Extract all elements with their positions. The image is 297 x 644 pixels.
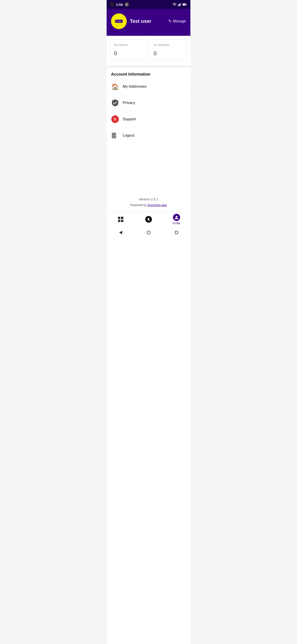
owner-value: 0 (114, 50, 143, 56)
status-circle (110, 2, 114, 6)
svg-rect-6 (186, 4, 187, 5)
support-icon-wrap: b (111, 115, 119, 123)
manage-button[interactable]: ✎ Manage (168, 19, 186, 24)
section-title: Account Information (111, 68, 186, 78)
svg-rect-7 (183, 4, 186, 5)
signal-icon (178, 3, 181, 6)
avatar: F FODIZ (111, 14, 127, 29)
svg-rect-3 (180, 3, 180, 6)
recents-icon (175, 231, 178, 234)
home-icon-wrap: 🏠 (111, 82, 119, 90)
owner-stat-card[interactable]: As Owner 0 (110, 39, 147, 60)
member-value: 0 (154, 50, 183, 56)
menu-item-addresses[interactable]: 🏠 My Addresses (111, 78, 186, 95)
account-section: Account Information 🏠 My Addresses Priva… (107, 68, 190, 144)
home-nav-icon (147, 231, 150, 234)
user-name: Test user (130, 18, 151, 24)
menu-item-privacy[interactable]: Privacy (111, 95, 186, 111)
powered-link[interactable]: busyness.app (147, 203, 167, 207)
busyness-icon (145, 216, 152, 223)
logout-label: Logout (123, 133, 134, 138)
powered-prefix: Powered by (130, 203, 147, 207)
edit-icon: ✎ (168, 19, 172, 24)
section-divider (107, 66, 190, 68)
android-nav-bar (107, 228, 190, 236)
svg-point-11 (176, 216, 177, 218)
stats-section: As Owner 0 As Member 0 (107, 36, 190, 64)
member-label: As Member (154, 43, 183, 47)
addresses-label: My Addresses (123, 84, 147, 89)
grid-icon (118, 217, 123, 222)
profile-nav-label: Profile (173, 222, 180, 225)
android-recents-button[interactable] (174, 230, 179, 235)
manage-label: Manage (173, 19, 186, 23)
android-back-button[interactable] (118, 230, 123, 235)
header: F FODIZ Test user ✎ Manage (107, 9, 190, 36)
svg-rect-2 (179, 4, 179, 6)
privacy-label: Privacy (123, 100, 135, 105)
footer: Version 2.0.1 Powered by busyness.app (107, 188, 190, 211)
status-pause-icon: ⏸ (124, 2, 129, 7)
support-label: Support (123, 117, 136, 122)
support-icon: b (111, 116, 119, 123)
menu-item-logout[interactable]: Logout (111, 128, 186, 144)
spacer (107, 144, 190, 188)
logout-icon-wrap (111, 132, 119, 140)
status-time: 2:58 (116, 3, 123, 6)
wifi-icon (173, 3, 177, 6)
member-stat-card[interactable]: As Member 0 (150, 39, 187, 60)
svg-rect-1 (178, 5, 179, 6)
status-bar: 2:58 ⏸ (107, 0, 190, 9)
logout-icon (111, 132, 119, 139)
android-home-button[interactable] (146, 230, 151, 235)
header-left: F FODIZ Test user (111, 14, 151, 29)
menu-item-support[interactable]: b Support (111, 111, 186, 128)
nav-item-grid[interactable] (107, 217, 135, 222)
nav-item-profile[interactable]: Profile (162, 214, 190, 225)
shield-icon-wrap (111, 99, 119, 107)
profile-icon (173, 214, 180, 221)
owner-label: As Owner (114, 43, 143, 47)
back-icon (119, 231, 122, 234)
svg-point-0 (174, 5, 175, 6)
nav-item-busyness[interactable] (135, 216, 162, 223)
svg-rect-4 (181, 3, 181, 6)
svg-point-10 (149, 220, 150, 221)
bottom-navigation: Profile (107, 211, 190, 228)
version-text: Version 2.0.1 (111, 197, 186, 201)
battery-icon (182, 3, 187, 6)
status-icons (173, 3, 187, 6)
shield-icon (111, 99, 119, 107)
home-icon: 🏠 (111, 83, 119, 90)
powered-by: Powered by busyness.app (111, 203, 186, 207)
